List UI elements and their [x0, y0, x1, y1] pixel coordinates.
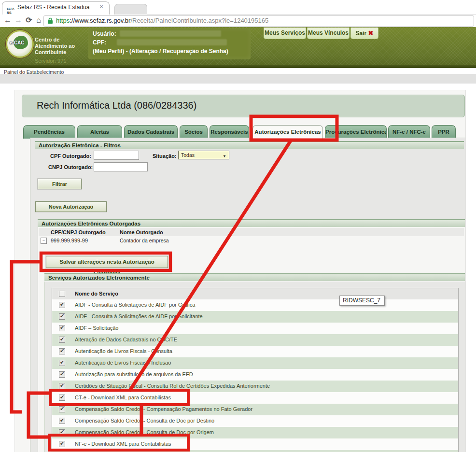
- home-icon[interactable]: ⌂: [34, 15, 43, 25]
- col-cpf-cnpj-outorgado: CPF/CNPJ Outorgado: [51, 229, 106, 235]
- forward-icon[interactable]: →: [14, 15, 23, 25]
- service-row-nfe: NF-e - Download XML para Contabilistas: [52, 438, 458, 450]
- servicos-table-header: Nome do Serviço: [52, 288, 458, 300]
- salvar-alteracoes-button[interactable]: Salvar alterações nesta Autorização Elet…: [46, 256, 168, 268]
- outorgadas-section-header: Autorizações Eletrônicas Outorgadas: [38, 219, 465, 227]
- service-row: AIDF – Solicitação: [52, 323, 458, 334]
- meus-servicos-button[interactable]: Meus Serviços: [264, 28, 306, 39]
- outorgado-cpf-value: 999.999.999-99: [51, 238, 88, 243]
- service-row: Compensação Saldo Credor - Consulta de D…: [52, 415, 458, 427]
- tab-ppr[interactable]: PPR: [432, 125, 456, 139]
- service-label: Certidões de Situação Fiscal - Consulta …: [75, 383, 270, 389]
- redacted-usuario-value: [120, 30, 221, 37]
- service-label: Compensação Saldo Credor - Consulta de D…: [75, 429, 214, 435]
- redacted-cpf-value: [117, 39, 227, 45]
- service-label: Autorização para substituição de arquivo…: [75, 371, 193, 377]
- tooltip: RIDWSESC_7: [339, 296, 385, 306]
- service-row: Autenticação de Livros Fiscais - Consult…: [52, 346, 458, 357]
- service-checkbox[interactable]: [59, 302, 65, 308]
- cnpj-outorgado-input[interactable]: [94, 162, 148, 171]
- tab-pendencias[interactable]: Pendências: [23, 125, 75, 139]
- cpf-outorgado-input[interactable]: [94, 151, 139, 160]
- service-row: Certidões de Situação Fiscal - Consulta …: [52, 381, 458, 392]
- tab-procuracoes-eletronicas[interactable]: Procurações Eletrônicas: [325, 125, 387, 139]
- chevron-down-icon: ▼: [223, 153, 226, 160]
- service-checkbox[interactable]: [59, 371, 65, 378]
- meus-vinculos-button[interactable]: Meus Vínculos: [307, 28, 350, 39]
- col-nome-outorgado: Nome Outorgado: [120, 229, 163, 235]
- service-label: CT-e - Download XML para Contabilistas: [75, 395, 171, 400]
- service-checkbox[interactable]: [59, 429, 65, 436]
- sair-button[interactable]: Sair ✖: [350, 28, 378, 39]
- service-row: AIDF - Consulta à Solicitações de AIDF p…: [52, 299, 458, 311]
- service-checkbox[interactable]: [59, 395, 65, 401]
- service-checkbox[interactable]: [59, 348, 65, 354]
- page-title: Rech Informática Ltda (086/0284336): [37, 100, 196, 111]
- service-checkbox[interactable]: [59, 441, 65, 447]
- org-name: Centro de Atendimento ao Contribuinte: [35, 37, 93, 56]
- breadcrumb-bar: [0, 68, 476, 73]
- nova-autorizacao-button[interactable]: Nova Autorização: [35, 201, 107, 212]
- gray-band: [0, 74, 476, 84]
- service-checkbox[interactable]: [59, 406, 65, 412]
- perfil-links[interactable]: (Meu Perfil) - (Alteração / Recuperação …: [93, 48, 228, 55]
- service-label: AIDF - Consulta à Solicitações de AIDF p…: [75, 313, 203, 319]
- service-label: NF-e - Download XML para Contabilistas: [75, 441, 171, 447]
- cnpj-outorgado-label: CNPJ Outorgado:: [48, 164, 93, 170]
- reload-icon[interactable]: ⟳: [24, 15, 34, 25]
- tab-close-icon[interactable]: ×: [98, 3, 105, 10]
- select-all-checkbox[interactable]: [59, 291, 65, 297]
- situacao-select[interactable]: Todas▼: [178, 151, 229, 159]
- service-checkbox[interactable]: [59, 337, 65, 343]
- usuario-label: Usuário:: [93, 30, 116, 37]
- https-lock-icon: [47, 17, 53, 24]
- service-row-partial: [52, 450, 458, 452]
- service-checkbox[interactable]: [59, 313, 65, 320]
- situacao-label: Situação:: [153, 153, 177, 159]
- service-label: Autenticação de Livros Fiscais - Consult…: [75, 348, 172, 354]
- expand-toggle-icon[interactable]: −: [41, 238, 47, 244]
- back-icon[interactable]: ←: [3, 15, 13, 25]
- ecac-logo-label: e-CAC: [10, 40, 25, 45]
- col-nome-servico: Nome do Serviço: [75, 291, 118, 297]
- service-checkbox[interactable]: [59, 383, 65, 389]
- tab-dados-cadastrais[interactable]: Dados Cadastrais: [124, 125, 178, 139]
- browser-tab-stub[interactable]: [114, 4, 147, 15]
- url-text: https://www.sefaz.rs.gov.br/Receita/Pain…: [56, 17, 268, 25]
- servicos-section-header: Serviços Autorizados Eletronicamente: [44, 273, 465, 281]
- service-row: Autenticação de Livros Fiscais - Inclusã…: [52, 357, 458, 369]
- cpf-outorgado-label: CPF Outorgado:: [50, 153, 91, 159]
- outorgado-nome-value: Contador da empresa: [120, 238, 169, 243]
- service-row: Compensação Saldo Credor - Compensação P…: [52, 404, 458, 415]
- tab-socios[interactable]: Sócios: [180, 125, 208, 139]
- sair-x-icon: ✖: [368, 29, 374, 37]
- screen: SEFA RS Sefaz RS - Receita Estadua × ← →…: [0, 0, 476, 452]
- service-label: AIDF – Solicitação: [75, 325, 118, 331]
- service-checkbox[interactable]: [59, 360, 65, 366]
- sefaz-favicon: SEFA RS: [7, 3, 15, 12]
- filtrar-button[interactable]: Filtrar: [38, 179, 82, 189]
- tab-alertas[interactable]: Alertas: [77, 125, 122, 139]
- service-checkbox[interactable]: [59, 418, 65, 424]
- service-label: AIDF - Consulta à Solicitações de AIDF p…: [75, 302, 195, 308]
- service-row: Autorização para substituição de arquivo…: [52, 369, 458, 381]
- service-row-cte: CT-e - Download XML para Contabilistas: [52, 392, 458, 404]
- tab-responsaveis[interactable]: Responsáveis: [210, 125, 249, 139]
- service-row: Compensação Saldo Credor - Consulta de D…: [52, 427, 458, 438]
- service-row: Alteração de Dados Cadastrais no CGC/TE: [52, 334, 458, 346]
- filters-section-header: Autorização Eletrônica - Filtros: [35, 141, 464, 149]
- tab-nfe-nfce[interactable]: NF-e / NFC-e: [388, 125, 430, 139]
- service-row: AIDF - Consulta à Solicitações de AIDF p…: [52, 311, 458, 323]
- service-label: Compensação Saldo Credor - Consulta de D…: [75, 418, 214, 424]
- service-label: Autenticação de Livros Fiscais - Inclusã…: [75, 360, 171, 366]
- tab-autorizacoes-eletronicas[interactable]: Autorizações Eletrônicas: [252, 125, 323, 139]
- browser-tab-title: Sefaz RS - Receita Estadua: [17, 4, 94, 11]
- cpf-label: CPF:: [93, 39, 106, 46]
- service-label: Compensação Saldo Credor - Compensação P…: [75, 406, 252, 412]
- service-label: Alteração de Dados Cadastrais no CGC/TE: [75, 337, 177, 342]
- servidor-label: Servidor: 971: [35, 58, 66, 64]
- service-checkbox[interactable]: [59, 325, 65, 331]
